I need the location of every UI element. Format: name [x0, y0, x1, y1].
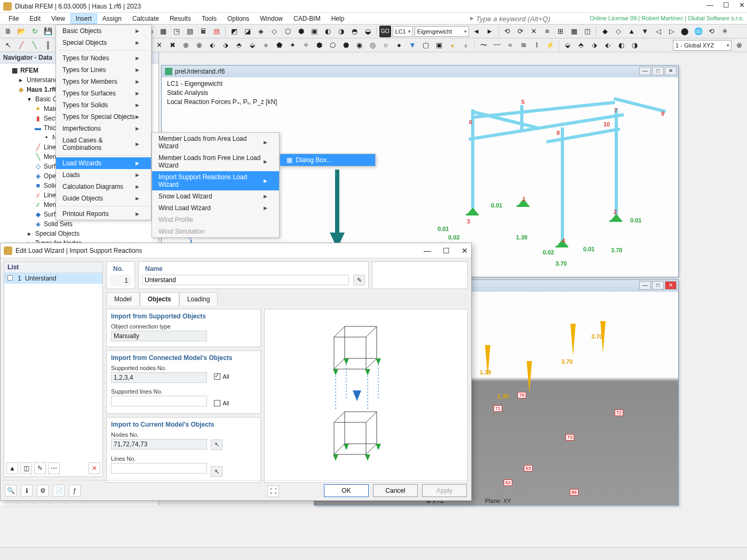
- tool-icon[interactable]: ⬘: [575, 39, 587, 51]
- tool-icon[interactable]: ◐: [322, 26, 333, 37]
- save-icon[interactable]: 💾: [42, 26, 54, 37]
- tool-icon[interactable]: ◎: [367, 39, 378, 51]
- menu-assign[interactable]: Assign: [97, 13, 127, 24]
- tool-icon[interactable]: ⌇: [531, 39, 543, 51]
- tool-icon[interactable]: ⟲: [502, 26, 513, 37]
- more-item-icon[interactable]: ⋯: [48, 462, 60, 474]
- tool-icon[interactable]: ▷: [666, 26, 678, 37]
- submenu-item[interactable]: Member Loads from Area Load Wizard▶: [152, 133, 279, 152]
- tool-icon[interactable]: ○: [380, 39, 392, 51]
- tool-icon[interactable]: ⬧: [447, 39, 458, 51]
- menu-item[interactable]: Types for Surfaces▶: [56, 87, 151, 99]
- menu-item[interactable]: Basic Objects▶: [56, 25, 151, 37]
- loadcase-name-selector[interactable]: Eigengewicht: [415, 26, 469, 37]
- tool-icon[interactable]: ✦: [287, 39, 298, 51]
- tool-icon[interactable]: ⊞: [555, 26, 567, 37]
- tool-icon[interactable]: ◓: [348, 26, 360, 37]
- dialog-box-flyout[interactable]: ▦Dialog Box...: [280, 154, 376, 166]
- help-icon[interactable]: 🔍: [5, 485, 17, 497]
- tool-icon[interactable]: ⬖: [206, 39, 218, 51]
- tab-model[interactable]: Model: [106, 292, 140, 306]
- tool-icon[interactable]: ▲: [626, 26, 638, 37]
- tool-icon[interactable]: ◐: [615, 39, 627, 51]
- tool-icon[interactable]: ⊗: [180, 39, 192, 51]
- tool-icon[interactable]: ◇: [613, 26, 624, 37]
- submenu-item[interactable]: Wind Load Wizard▶: [152, 202, 279, 214]
- menu-insert[interactable]: Insert: [70, 13, 97, 24]
- all-lines-checkbox[interactable]: All: [214, 400, 229, 406]
- close-icon[interactable]: ✕: [739, 1, 745, 9]
- settings-icon[interactable]: ⚙: [37, 485, 49, 497]
- globe-icon[interactable]: 🌐: [693, 26, 704, 37]
- viewport-maximize-icon[interactable]: □: [652, 281, 664, 290]
- menu-item[interactable]: Loads▶: [56, 169, 151, 181]
- tool-icon[interactable]: ⬢: [313, 39, 325, 51]
- menu-item[interactable]: Printout Reports▶: [56, 208, 151, 220]
- tool-icon[interactable]: ⬢: [295, 26, 307, 37]
- insert-menu-dropdown[interactable]: Basic Objects▶ Special Objects▶ Types fo…: [55, 25, 152, 220]
- viewport-minimize-icon[interactable]: —: [639, 67, 651, 75]
- menu-item[interactable]: Calculation Diagrams▶: [56, 181, 151, 193]
- submenu-item-import-reactions[interactable]: Import Support Reactions Load Wizard▶: [152, 171, 279, 190]
- tool-icon[interactable]: ✕: [153, 39, 165, 51]
- tool-icon[interactable]: ▦: [568, 26, 580, 37]
- viewport-minimize-icon[interactable]: —: [639, 281, 651, 290]
- list-row[interactable]: 1 Unterstand: [4, 273, 102, 284]
- keyword-search-input[interactable]: [475, 14, 576, 23]
- tool-icon[interactable]: ⬖: [602, 39, 614, 51]
- tab-loading[interactable]: Loading: [179, 292, 218, 306]
- tool-icon[interactable]: ▣: [308, 26, 320, 37]
- menu-item[interactable]: Types for Members▶: [56, 76, 151, 87]
- tool-icon[interactable]: ✧: [300, 39, 312, 51]
- tool-icon[interactable]: ◫: [582, 26, 593, 37]
- tool-icon[interactable]: ⊕: [193, 39, 205, 51]
- tool-icon[interactable]: ✕: [528, 26, 540, 37]
- menu-item[interactable]: Types for Special Objects▶: [56, 111, 151, 123]
- supported-lines-input[interactable]: [111, 396, 207, 406]
- coordinate-selector[interactable]: 1 - Global XYZ: [673, 40, 732, 51]
- edit-item-icon[interactable]: ✎: [34, 462, 46, 474]
- tab-objects[interactable]: Objects: [140, 292, 179, 306]
- tool-icon[interactable]: ⬙: [247, 39, 258, 51]
- dialog-maximize-icon[interactable]: ☐: [443, 246, 450, 255]
- tool-icon[interactable]: ⬡: [282, 26, 293, 37]
- tool-icon[interactable]: ≋: [518, 39, 529, 51]
- calculator-icon[interactable]: 🖩: [197, 26, 209, 37]
- tool-icon[interactable]: ⟡: [260, 39, 272, 51]
- tool-icon[interactable]: ⬙: [562, 39, 574, 51]
- menu-item[interactable]: Types for Nodes▶: [56, 52, 151, 64]
- menu-item[interactable]: Load Cases & Combinations▶: [56, 134, 151, 154]
- tree-root[interactable]: RFEM: [20, 67, 38, 74]
- menu-item-load-wizards[interactable]: Load Wizards▶: [56, 157, 151, 169]
- tree-item[interactable]: Solid Sets: [44, 220, 73, 228]
- menu-file[interactable]: File: [3, 13, 24, 24]
- arrow-icon[interactable]: ↖: [2, 39, 14, 51]
- dialog-box-item[interactable]: ▦Dialog Box...: [280, 154, 375, 166]
- viewport-close-icon[interactable]: ✕: [665, 67, 677, 75]
- tool-icon[interactable]: ◪: [242, 26, 253, 37]
- tool-icon[interactable]: ⬣: [340, 39, 352, 51]
- refresh-icon[interactable]: ↻: [29, 26, 41, 37]
- tool-icon[interactable]: ▼: [639, 26, 651, 37]
- tool-icon[interactable]: ◇: [268, 26, 280, 37]
- menu-edit[interactable]: Edit: [24, 13, 46, 24]
- pick-nodes-icon[interactable]: ↖: [211, 439, 222, 450]
- submenu-item[interactable]: Snow Load Wizard▶: [152, 190, 279, 202]
- filter-icon[interactable]: ▼: [407, 39, 418, 51]
- tool-icon[interactable]: ⟲: [706, 26, 718, 37]
- menu-view[interactable]: View: [46, 13, 70, 24]
- tool-icon[interactable]: ◑: [335, 26, 347, 37]
- tool-icon[interactable]: ⚡: [544, 39, 556, 51]
- tool-icon[interactable]: ⬘: [233, 39, 245, 51]
- cancel-button[interactable]: Cancel: [373, 484, 418, 497]
- menu-item[interactable]: Special Objects▶: [56, 37, 151, 49]
- tool-icon[interactable]: ⬤: [679, 26, 691, 37]
- info-icon[interactable]: ℹ: [21, 485, 33, 497]
- tool-icon[interactable]: ●: [393, 39, 405, 51]
- menu-tools[interactable]: Tools: [196, 13, 222, 24]
- minimize-icon[interactable]: —: [706, 1, 713, 9]
- tool-icon[interactable]: ⬨: [460, 39, 472, 51]
- tool-icon[interactable]: ◒: [362, 26, 374, 37]
- tool-icon[interactable]: ◈: [255, 26, 267, 37]
- rename-icon[interactable]: ✎: [353, 275, 365, 285]
